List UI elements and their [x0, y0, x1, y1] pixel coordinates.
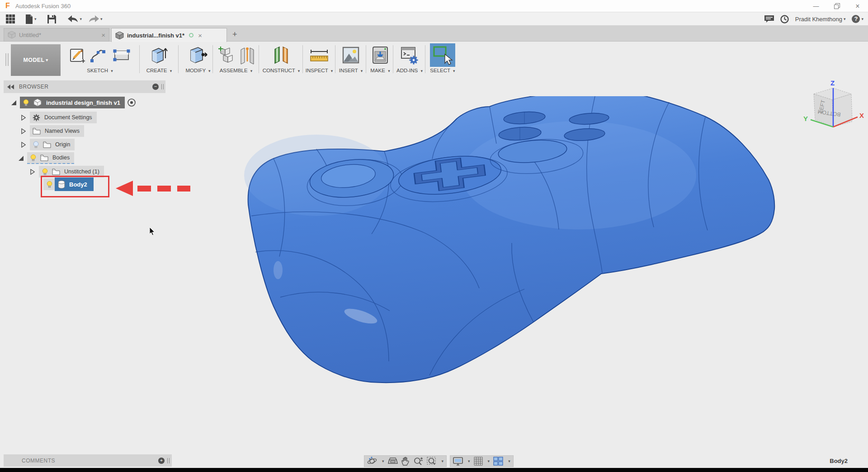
display-settings-caret-icon[interactable]: ▾	[468, 459, 470, 463]
workspace-selector[interactable]: MODEL ▾	[11, 44, 61, 76]
new-component-icon[interactable]	[217, 45, 236, 65]
collapsed-triangle-icon[interactable]	[20, 128, 27, 134]
ribbon-group-label[interactable]: MODIFY ▾	[185, 68, 210, 73]
3d-viewport[interactable]: LEFT BOTTOM Z Y X BROWSER −	[0, 78, 868, 468]
toolbar-grip-handle[interactable]	[5, 53, 9, 66]
ribbon-group-select: SELECT ▾	[427, 43, 458, 73]
orbit-icon[interactable]	[367, 457, 377, 466]
collapsed-triangle-icon[interactable]	[20, 142, 27, 148]
gear-icon	[33, 114, 40, 122]
collapsed-triangle-icon[interactable]	[20, 115, 27, 121]
spline-icon[interactable]	[90, 46, 109, 64]
window-zoom-caret-icon[interactable]: ▾	[442, 459, 444, 463]
minimize-button[interactable]: —	[806, 0, 826, 12]
file-menu-button[interactable]: ▾	[25, 13, 37, 25]
zoom-icon[interactable]	[413, 457, 423, 466]
comments-panel-header[interactable]: COMMENTS +	[4, 454, 172, 467]
grid-display-icon[interactable]	[474, 457, 483, 466]
expanded-triangle-icon[interactable]	[17, 155, 24, 161]
expanded-triangle-icon[interactable]	[10, 100, 17, 106]
select-window-icon[interactable]	[430, 43, 455, 67]
ribbon-group-label[interactable]: ADD-INS ▾	[396, 68, 423, 73]
tab-close-icon[interactable]: ×	[101, 31, 105, 39]
new-tab-button[interactable]: +	[232, 30, 237, 39]
folder-icon	[33, 128, 41, 135]
viewcube-y-axis-label: Y	[803, 115, 808, 122]
tree-row-bodies[interactable]: Bodies	[17, 152, 74, 164]
rectangle-icon[interactable]	[112, 46, 131, 64]
tree-item-label: Named Views	[45, 128, 80, 134]
tab-industrial-finish[interactable]: industrial...finish v1* ×	[111, 28, 227, 42]
redo-caret-icon[interactable]: ▾	[100, 17, 103, 21]
collapsed-triangle-icon[interactable]	[29, 169, 36, 175]
save-button[interactable]	[47, 13, 56, 25]
activate-radio-icon[interactable]	[127, 98, 136, 107]
ribbon-group-construct: CONSTRUCT ▾	[260, 43, 302, 73]
ribbon-group-label[interactable]: CREATE ▾	[146, 68, 172, 73]
ribbon-group-addins: ADD-INS ▾	[394, 43, 425, 73]
comment-bubble-icon[interactable]	[764, 13, 774, 25]
ribbon-group-assemble: ASSEMBLE ▾	[214, 43, 258, 73]
data-panel-grid-icon[interactable]	[5, 13, 15, 25]
tree-item-label: Origin	[55, 141, 70, 148]
ribbon-group-sketch: SKETCH ▾	[63, 43, 137, 73]
window-zoom-icon[interactable]	[427, 457, 437, 466]
extrude-icon[interactable]	[150, 45, 169, 65]
display-settings-icon[interactable]	[453, 457, 463, 466]
clock-history-icon[interactable]	[780, 13, 789, 25]
ribbon-group-inspect: INSPECT ▾	[304, 43, 335, 73]
viewports-icon[interactable]	[493, 457, 503, 466]
ribbon-group-label[interactable]: INSPECT ▾	[306, 68, 333, 73]
grid-caret-icon[interactable]: ▾	[488, 459, 490, 463]
add-comment-icon[interactable]: +	[158, 458, 165, 464]
ribbon-group-label[interactable]: CONSTRUCT ▾	[263, 68, 300, 73]
create-sketch-icon[interactable]	[69, 46, 87, 64]
browser-display-toggle-icon[interactable]: −	[152, 84, 159, 90]
tab-close-icon[interactable]: ×	[198, 32, 202, 39]
sync-status-icon[interactable]	[189, 33, 193, 37]
bulb-on-icon[interactable]	[30, 154, 37, 162]
collapse-browser-icon[interactable]	[7, 84, 14, 89]
press-pull-icon[interactable]	[188, 45, 208, 65]
browser-resize-handle[interactable]	[161, 84, 164, 89]
ribbon-group-make: MAKE ▾	[367, 43, 393, 73]
tab-label: industrial...finish v1*	[127, 32, 184, 39]
controller-body-model[interactable]	[199, 96, 787, 412]
redo-button[interactable]: ▾	[88, 13, 103, 25]
ribbon-group-label[interactable]: SELECT ▾	[430, 68, 455, 73]
tree-item-label: Unstitched (1)	[64, 168, 99, 175]
3d-print-icon[interactable]	[371, 45, 390, 65]
bulb-on-icon[interactable]	[23, 99, 29, 107]
tab-untitled[interactable]: Untitled* ×	[4, 28, 109, 42]
tree-row-root[interactable]: industrial design_finish v1	[10, 97, 136, 108]
measure-icon[interactable]	[308, 46, 330, 64]
ribbon-group-label[interactable]: MAKE ▾	[370, 68, 390, 73]
account-menu[interactable]: Pradit Khemthong ▾	[795, 13, 846, 25]
view-cube[interactable]: LEFT BOTTOM Z Y X	[802, 51, 866, 132]
undo-button[interactable]: ▾	[68, 13, 82, 25]
comments-resize-handle[interactable]	[167, 458, 170, 463]
bulb-off-icon[interactable]	[33, 141, 39, 149]
close-button[interactable]: ×	[847, 0, 868, 12]
tree-row-named-views[interactable]: Named Views	[20, 125, 84, 137]
help-menu[interactable]: ? ▾	[852, 13, 863, 25]
bottom-edge-strip	[0, 468, 868, 472]
browser-panel-header[interactable]: BROWSER −	[4, 80, 165, 93]
viewports-caret-icon[interactable]: ▾	[508, 459, 510, 463]
viewport-nav-bar: ▾ ▾ ▾	[364, 455, 514, 467]
bulb-on-icon[interactable]	[42, 168, 48, 176]
construction-plane-icon[interactable]	[271, 45, 291, 65]
tree-row-origin[interactable]: Origin	[20, 139, 75, 150]
scripts-addins-icon[interactable]	[400, 45, 420, 65]
insert-image-icon[interactable]	[341, 46, 360, 65]
orbit-caret-icon[interactable]: ▾	[382, 459, 384, 463]
ribbon-group-label[interactable]: INSERT ▾	[339, 68, 363, 73]
ribbon-group-label[interactable]: ASSEMBLE ▾	[220, 68, 253, 73]
ribbon-group-label[interactable]: SKETCH ▾	[87, 68, 113, 73]
joint-icon[interactable]	[239, 45, 255, 65]
restore-button[interactable]	[826, 0, 847, 12]
pan-icon[interactable]	[401, 457, 410, 466]
undo-caret-icon[interactable]: ▾	[80, 17, 82, 21]
look-at-icon[interactable]	[388, 457, 398, 465]
tree-row-document-settings[interactable]: Document Settings	[20, 112, 97, 123]
